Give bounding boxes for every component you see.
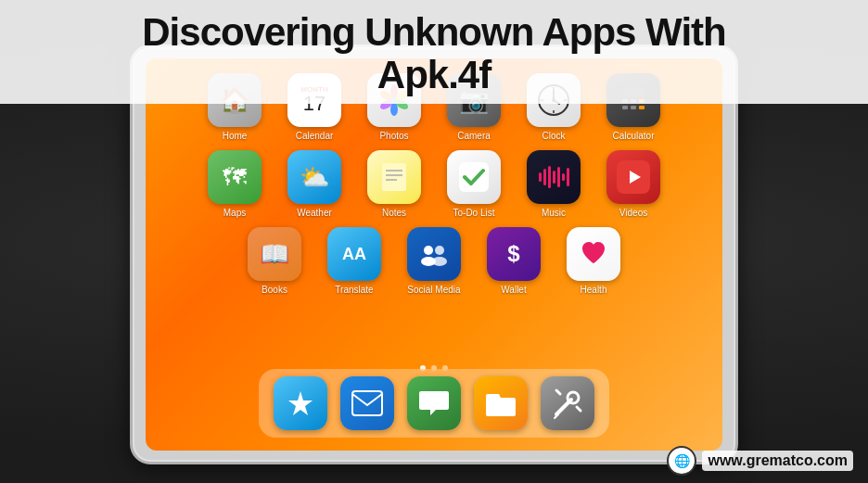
watermark-url: www.grematco.com xyxy=(702,451,853,471)
maps-icon-img: 🗺 xyxy=(208,150,262,204)
dock-messages[interactable] xyxy=(407,376,461,430)
app-translate[interactable]: AA Translate xyxy=(323,227,386,295)
app-wallet[interactable]: $ Wallet xyxy=(482,227,545,295)
page-title: Discovering Unknown Apps With Apk.4f xyxy=(19,11,849,96)
books-icon-img: 📖 xyxy=(248,227,301,281)
ipad-screen: 🏠 Home MONTH 17 Calendar xyxy=(146,58,722,451)
app-books[interactable]: 📖 Books xyxy=(243,227,306,295)
svg-point-30 xyxy=(435,246,444,255)
svg-rect-21 xyxy=(639,106,645,109)
todo-icon-img xyxy=(447,150,501,204)
svg-line-37 xyxy=(556,390,560,394)
app-health[interactable]: Health xyxy=(562,227,625,295)
svg-rect-22 xyxy=(382,163,406,191)
clock-label: Clock xyxy=(542,131,565,141)
app-weather[interactable]: ⛅ Weather xyxy=(283,150,346,218)
svg-point-4 xyxy=(390,103,398,116)
dock-files[interactable] xyxy=(474,376,528,430)
social-label: Social Media xyxy=(407,285,460,295)
app-music[interactable]: Music xyxy=(522,150,585,218)
dock-mail[interactable] xyxy=(340,376,394,430)
app-row-3: 📖 Books AA Translate xyxy=(164,227,704,295)
maps-label: Maps xyxy=(223,208,246,218)
books-label: Books xyxy=(262,285,287,295)
photos-label: Photos xyxy=(379,131,408,141)
watermark-globe: 🌐 xyxy=(667,446,696,476)
app-grid: 🏠 Home MONTH 17 Calendar xyxy=(164,73,704,295)
videos-icon-img xyxy=(606,150,660,204)
svg-marker-33 xyxy=(288,391,313,415)
health-icon-img xyxy=(567,227,620,281)
dock-tools[interactable] xyxy=(541,376,594,430)
svg-rect-34 xyxy=(352,391,382,415)
app-social[interactable]: Social Media xyxy=(402,227,466,295)
notes-icon-img xyxy=(367,150,421,204)
camera-label: Camera xyxy=(457,131,491,141)
app-notes[interactable]: Notes xyxy=(363,150,426,218)
home-label: Home xyxy=(223,131,248,141)
calculator-label: Calculator xyxy=(612,131,654,141)
svg-rect-20 xyxy=(631,106,636,109)
music-label: Music xyxy=(542,208,566,218)
videos-label: Videos xyxy=(619,208,647,218)
translate-icon-img: AA xyxy=(327,227,381,281)
svg-point-32 xyxy=(432,257,447,266)
app-maps[interactable]: 🗺 Maps xyxy=(203,150,266,218)
app-row-2: 🗺 Maps ⛅ Weather xyxy=(164,150,704,218)
social-icon-img xyxy=(407,227,461,281)
app-todo[interactable]: To-Do List xyxy=(442,150,505,218)
notes-label: Notes xyxy=(382,208,406,218)
svg-rect-19 xyxy=(622,106,628,109)
music-icon-img xyxy=(527,150,581,204)
svg-line-38 xyxy=(577,407,581,411)
title-banner: Discovering Unknown Apps With Apk.4f xyxy=(0,0,868,104)
health-label: Health xyxy=(581,285,607,295)
calendar-label: Calendar xyxy=(296,131,334,141)
weather-icon-img: ⛅ xyxy=(287,150,341,204)
wallet-label: Wallet xyxy=(501,285,526,295)
svg-point-36 xyxy=(568,392,579,403)
music-waveform xyxy=(539,164,569,190)
dock-tips[interactable] xyxy=(274,376,327,430)
svg-point-29 xyxy=(424,246,433,255)
weather-label: Weather xyxy=(297,208,332,218)
translate-label: Translate xyxy=(335,285,373,295)
watermark: 🌐 www.grematco.com xyxy=(667,446,853,476)
dock xyxy=(259,369,609,438)
todo-label: To-Do List xyxy=(453,208,494,218)
app-videos[interactable]: Videos xyxy=(602,150,665,218)
ipad-device: 🏠 Home MONTH 17 Calendar xyxy=(130,44,738,464)
wallet-icon-img: $ xyxy=(487,227,541,281)
